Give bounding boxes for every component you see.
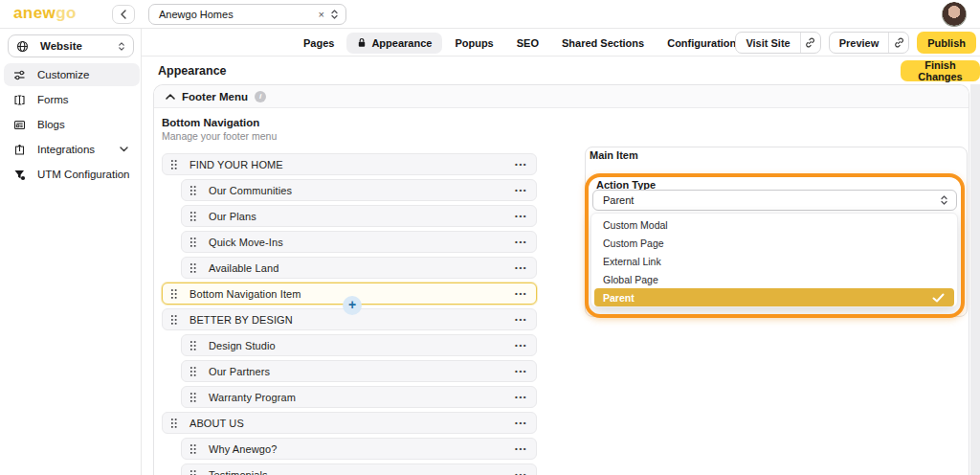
menu-item-row[interactable]: Our Partners •••: [181, 360, 537, 382]
drag-handle-icon[interactable]: [170, 314, 178, 326]
row-menu-icon[interactable]: •••: [515, 315, 527, 324]
option-label: Custom Modal: [603, 219, 668, 231]
user-avatar[interactable]: [942, 2, 967, 27]
sidebar-item-forms[interactable]: Forms: [0, 88, 142, 111]
tab-label: Appearance: [371, 37, 432, 49]
tab-appearance[interactable]: Appearance: [346, 33, 442, 54]
preview-button[interactable]: Preview: [829, 32, 910, 54]
tab-bar-actions: Visit Site Preview Publish: [735, 32, 976, 54]
menu-item-row[interactable]: Quick Move-Ins •••: [181, 231, 537, 253]
visit-site-button[interactable]: Visit Site: [735, 32, 820, 54]
chevron-up-icon: [166, 94, 175, 100]
row-menu-icon[interactable]: •••: [515, 393, 527, 401]
drag-handle-icon[interactable]: [189, 185, 197, 196]
menu-item-label: Why Anewgo?: [209, 443, 277, 455]
menu-item-label: Quick Move-Ins: [209, 237, 283, 248]
row-menu-icon[interactable]: •••: [515, 160, 527, 169]
option-external-link[interactable]: External Link: [594, 252, 954, 270]
publish-button[interactable]: Publish: [917, 32, 976, 54]
lock-icon: [357, 37, 367, 48]
tab-label: Pages: [303, 37, 334, 49]
row-menu-icon[interactable]: •••: [515, 367, 527, 375]
sidebar-item-label: Blogs: [37, 119, 65, 130]
collapse-sidebar-button[interactable]: [112, 5, 135, 24]
menu-item-row[interactable]: Our Communities •••: [181, 179, 537, 201]
menu-item-row[interactable]: ABOUT US •••: [162, 412, 537, 434]
sidebar-item-label: UTM Configuration: [37, 169, 130, 180]
row-menu-icon[interactable]: •••: [515, 289, 527, 298]
sidebar-item-integrations[interactable]: Integrations: [0, 138, 142, 161]
preview-label: Preview: [830, 33, 889, 53]
menu-item-label: Our Partners: [209, 366, 270, 377]
scrollbar-track[interactable]: [970, 84, 980, 475]
tab-bar: Pages Appearance Popups SEO Shared Secti…: [142, 29, 980, 57]
drag-handle-icon[interactable]: [170, 288, 178, 300]
menu-item-row[interactable]: Our Plans •••: [181, 205, 537, 227]
action-type-select-value: Parent: [593, 194, 634, 206]
option-label: Global Page: [603, 274, 658, 285]
menu-item-row[interactable]: Why Anewgo? •••: [181, 438, 537, 460]
tab-label: Popups: [455, 37, 493, 49]
finish-changes-button[interactable]: Finish Changes: [901, 60, 980, 81]
sidebar-item-utm-configuration[interactable]: UTM Configuration: [0, 163, 142, 186]
action-type-select[interactable]: Parent: [592, 190, 957, 211]
drag-handle-icon[interactable]: [170, 418, 178, 429]
menu-item-label: Our Communities: [209, 185, 292, 196]
option-global-page[interactable]: Global Page: [594, 270, 954, 288]
tab-popups[interactable]: Popups: [444, 33, 503, 54]
drag-handle-icon[interactable]: [189, 262, 197, 274]
app-window: anewgo Anewgo Homes × Website: [0, 0, 980, 475]
row-menu-icon[interactable]: •••: [515, 238, 527, 246]
drag-handle-icon[interactable]: [189, 443, 197, 455]
menu-item-row[interactable]: Available Land •••: [181, 257, 537, 279]
menu-item-label: FIND YOUR HOME: [189, 159, 283, 170]
row-menu-icon[interactable]: •••: [515, 418, 527, 427]
row-menu-icon[interactable]: •••: [515, 341, 527, 350]
footer-menu-section-header[interactable]: Footer Menu i: [154, 85, 969, 108]
add-menu-item-button[interactable]: +: [343, 296, 362, 315]
tab-label: Shared Sections: [562, 37, 644, 49]
check-icon: [932, 293, 945, 303]
row-menu-icon[interactable]: •••: [515, 444, 527, 453]
menu-item-row[interactable]: Warranty Program •••: [181, 386, 537, 408]
customize-icon: [13, 69, 26, 81]
website-select-value: Website: [40, 40, 82, 52]
drag-handle-icon[interactable]: [189, 340, 197, 351]
drag-handle-icon[interactable]: [189, 366, 197, 377]
integrations-icon: [13, 144, 26, 156]
menu-item-label: Our Plans: [209, 211, 256, 222]
tab-configuration[interactable]: Configuration: [657, 33, 746, 54]
external-link-icon[interactable]: [800, 33, 820, 53]
menu-item-label: Testimonials: [209, 469, 268, 475]
option-parent-selected[interactable]: Parent: [594, 288, 954, 306]
sidebar-item-blogs[interactable]: Blogs: [0, 113, 142, 136]
logo-text-primary: anew: [13, 4, 56, 22]
drag-handle-icon[interactable]: [189, 237, 197, 248]
tab-pages[interactable]: Pages: [293, 33, 345, 54]
info-icon[interactable]: i: [255, 91, 266, 102]
drag-handle-icon[interactable]: [170, 159, 178, 170]
option-custom-modal[interactable]: Custom Modal: [594, 215, 954, 234]
menu-item-row[interactable]: Testimonials •••: [181, 464, 537, 475]
menu-item-row[interactable]: Design Studio •••: [181, 334, 537, 356]
sidebar-item-customize[interactable]: Customize: [4, 63, 140, 86]
option-custom-page[interactable]: Custom Page: [594, 234, 954, 252]
menu-item-label: Bottom Navigation Item: [189, 288, 301, 300]
drag-handle-icon[interactable]: [189, 392, 197, 403]
website-select[interactable]: Website: [8, 34, 134, 57]
drag-handle-icon[interactable]: [189, 469, 197, 475]
row-menu-icon[interactable]: •••: [515, 470, 527, 475]
sidebar-item-label: Customize: [37, 69, 89, 80]
menu-item-row[interactable]: FIND YOUR HOME •••: [162, 153, 537, 175]
row-menu-icon[interactable]: •••: [515, 263, 527, 272]
chevron-left-icon: [121, 10, 126, 19]
row-menu-icon[interactable]: •••: [515, 212, 527, 220]
tab-shared-sections[interactable]: Shared Sections: [551, 33, 655, 54]
project-select[interactable]: Anewgo Homes ×: [148, 4, 346, 25]
row-menu-icon[interactable]: •••: [515, 186, 527, 194]
external-link-icon[interactable]: [888, 33, 908, 53]
drag-handle-icon[interactable]: [189, 211, 197, 222]
clear-icon[interactable]: ×: [319, 9, 330, 20]
funnel-icon: [13, 169, 26, 181]
tab-seo[interactable]: SEO: [506, 33, 549, 54]
